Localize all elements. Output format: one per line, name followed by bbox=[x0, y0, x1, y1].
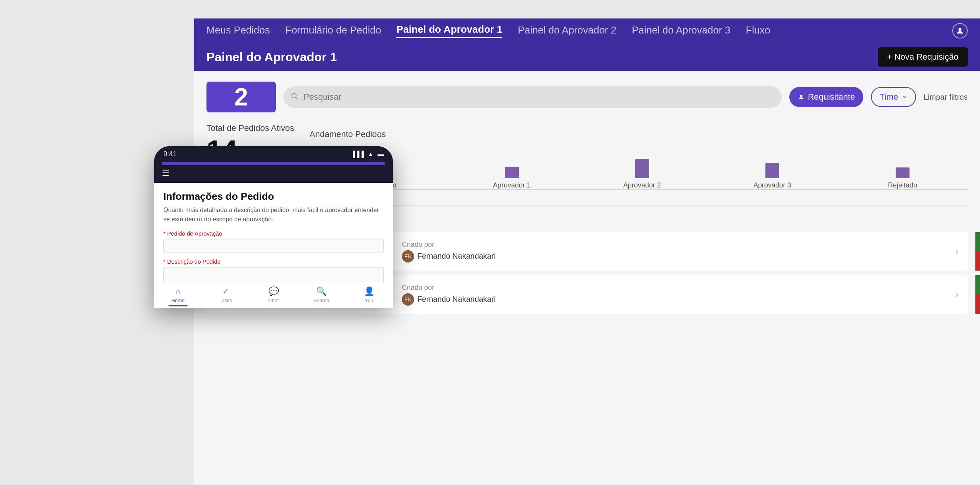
chart-bar-label-rejeitado: Rejeitado bbox=[888, 181, 917, 189]
hamburger-icon[interactable]: ☰ bbox=[162, 168, 169, 178]
mobile-nav-search-label: Search bbox=[313, 298, 329, 303]
chart-box: Andamento Pedidos 8 0 Aprovado Aprova bbox=[309, 123, 968, 196]
chart-bar-label-aprovador2: Aprovador 2 bbox=[623, 181, 661, 189]
top-nav: Meus Pedidos Formulário de Pedido Painel… bbox=[194, 18, 980, 43]
search-icon bbox=[290, 92, 298, 102]
svg-point-3 bbox=[800, 95, 802, 97]
approve-button-2[interactable]: Aprovar bbox=[975, 275, 980, 294]
mobile-field2-label: * Descrição do Pedido bbox=[163, 258, 384, 265]
chart-bar-rejeitado bbox=[896, 167, 910, 178]
mobile-bottom-nav: ⌂ Home ✓ Tasks 💬 Chat 🔍 Search 👤 You bbox=[154, 283, 393, 308]
tasks-icon: ✓ bbox=[222, 286, 229, 296]
you-icon: 👤 bbox=[364, 286, 374, 296]
filter-requisitante-button[interactable]: Requisitante bbox=[789, 87, 863, 107]
chart-bar-label-aprovador3: Aprovador 3 bbox=[753, 181, 791, 189]
search-input[interactable] bbox=[284, 86, 782, 108]
reject-button-1[interactable]: Rejeitar bbox=[975, 251, 980, 271]
nav-item-fluxo[interactable]: Fluxo bbox=[746, 24, 770, 38]
battery-icon: ▬ bbox=[378, 151, 384, 158]
chart-label: Andamento Pedidos bbox=[309, 129, 968, 139]
nav-item-aprovador3[interactable]: Painel do Aprovador 3 bbox=[632, 24, 730, 38]
chart-bar-aprovador1 bbox=[505, 167, 519, 178]
page-title: Painel do Aprovador 1 bbox=[206, 50, 337, 64]
mobile-nav-chat[interactable]: 💬 Chat bbox=[250, 286, 297, 306]
mobile-nav-you-label: You bbox=[365, 298, 373, 303]
mobile-desc: Quanto mais detalhada a descrição do ped… bbox=[163, 206, 384, 224]
reject-button-2[interactable]: Rejeitar bbox=[975, 294, 980, 314]
mobile-nav-home-label: Home bbox=[171, 298, 185, 303]
mobile-status-bar: 9:41 ▐▐▐ ▲ ▬ bbox=[154, 146, 393, 162]
mobile-header: ☰ bbox=[154, 165, 393, 183]
creator-avatar-1: FN bbox=[402, 250, 414, 263]
nav-item-aprovador1[interactable]: Painel do Aprovador 1 bbox=[396, 23, 502, 38]
new-request-button[interactable]: + Nova Requisição bbox=[878, 47, 968, 67]
count-badge: 2 bbox=[206, 82, 276, 112]
svg-point-1 bbox=[292, 94, 296, 98]
mobile-nav-tasks-label: Tasks bbox=[219, 298, 232, 303]
creator-name-2: Fernando Nakandakari bbox=[417, 295, 495, 304]
user-avatar[interactable] bbox=[952, 23, 968, 38]
creator-avatar-2: FN bbox=[402, 293, 414, 306]
signal-icon: ▐▐▐ bbox=[351, 151, 364, 158]
filter-time-button[interactable]: Time bbox=[871, 87, 916, 107]
mobile-signal-icons: ▐▐▐ ▲ ▬ bbox=[351, 151, 384, 158]
chart-bar-group-aprovador2: Aprovador 2 bbox=[577, 152, 707, 189]
mobile-nav-tasks[interactable]: ✓ Tasks bbox=[202, 286, 250, 306]
home-icon: ⌂ bbox=[175, 286, 180, 296]
list-field-creator-2: Criado por FN Fernando Nakandakari bbox=[402, 284, 495, 306]
mobile-time: 9:41 bbox=[163, 150, 177, 158]
svg-point-0 bbox=[958, 28, 961, 31]
mobile-title: Informações do Pedido bbox=[163, 191, 384, 202]
svg-line-2 bbox=[296, 97, 298, 99]
wifi-icon: ▲ bbox=[368, 151, 374, 158]
total-label: Total de Pedidos Ativos bbox=[206, 123, 294, 133]
chat-icon: 💬 bbox=[268, 286, 279, 296]
chart-area: 8 0 Aprovado Aprovador 1 bbox=[309, 144, 968, 190]
mobile-top-bar bbox=[162, 162, 385, 165]
chart-bar-aprovador2 bbox=[635, 159, 649, 178]
action-buttons-2: Aprovar Rejeitar bbox=[975, 275, 980, 314]
header-bar: Painel do Aprovador 1 + Nova Requisição bbox=[194, 43, 980, 71]
chart-bar-group-rejeitado: Rejeitado bbox=[837, 152, 968, 189]
creator-row-2: FN Fernando Nakandakari bbox=[402, 293, 495, 306]
chart-bar-label-aprovador1: Aprovador 1 bbox=[493, 181, 531, 189]
mobile-field1-input[interactable] bbox=[163, 239, 384, 253]
mobile-nav-you[interactable]: 👤 You bbox=[345, 286, 393, 306]
controls-row: 2 Requisitante Time Limpar filtros bbox=[206, 82, 968, 112]
nav-item-aprovador2[interactable]: Painel do Aprovador 2 bbox=[518, 24, 616, 38]
mobile-nav-search[interactable]: 🔍 Search bbox=[297, 286, 345, 306]
list-field-creator-1: Criado por FN Fernando Nakandakari bbox=[402, 241, 495, 263]
mobile-content: Informações do Pedido Quanto mais detalh… bbox=[154, 183, 393, 294]
creator-label-2: Criado por bbox=[402, 284, 495, 292]
creator-name-1: Fernando Nakandakari bbox=[417, 252, 495, 261]
list-arrow-1[interactable]: › bbox=[955, 246, 958, 257]
action-buttons-1: Aprovar Rejeitar bbox=[975, 232, 980, 271]
chart-bars: Aprovado Aprovador 1 Aprovador 2 Ap bbox=[317, 152, 968, 190]
chart-bar-aprovador3 bbox=[765, 163, 779, 178]
mobile-overlay: 9:41 ▐▐▐ ▲ ▬ ☰ Informações do Pedido Qua… bbox=[154, 146, 393, 308]
nav-underline bbox=[168, 305, 188, 306]
creator-row-1: FN Fernando Nakandakari bbox=[402, 250, 495, 263]
approve-button-1[interactable]: Aprovar bbox=[975, 232, 980, 251]
nav-item-meus-pedidos[interactable]: Meus Pedidos bbox=[206, 24, 270, 38]
clear-filters-button[interactable]: Limpar filtros bbox=[924, 93, 968, 102]
chart-bar-group-aprovador3: Aprovador 3 bbox=[707, 152, 837, 189]
mobile-nav-home[interactable]: ⌂ Home bbox=[154, 286, 202, 306]
chart-bar-group-aprovador1: Aprovador 1 bbox=[447, 152, 577, 189]
nav-item-formulario[interactable]: Formulário de Pedido bbox=[285, 24, 381, 38]
mobile-nav-chat-label: Chat bbox=[268, 298, 279, 303]
mobile-search-icon: 🔍 bbox=[316, 286, 327, 296]
mobile-field1-label: * Pedido de Aprovação bbox=[163, 230, 384, 237]
search-box bbox=[284, 86, 782, 108]
creator-label-1: Criado por bbox=[402, 241, 495, 249]
list-arrow-2[interactable]: › bbox=[955, 289, 958, 300]
